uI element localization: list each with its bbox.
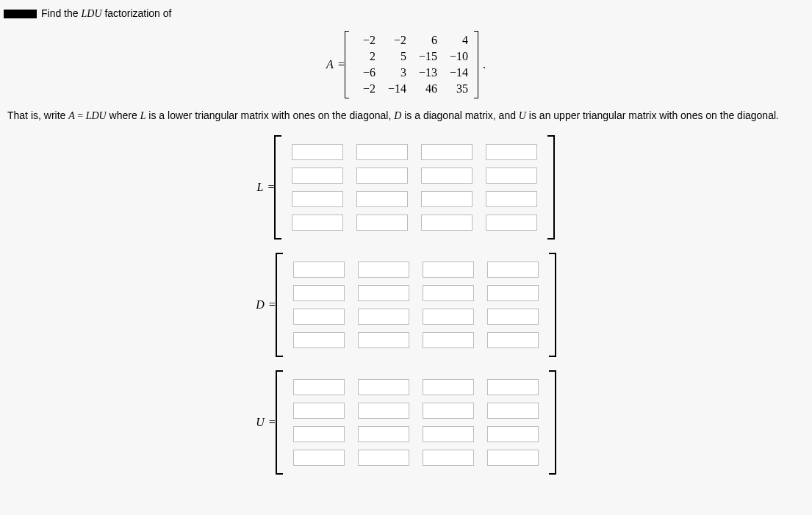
L-input-area: L = bbox=[4, 135, 808, 240]
L-eq: = bbox=[267, 181, 274, 194]
U-input-1-2[interactable] bbox=[423, 403, 474, 419]
desc-text: where bbox=[107, 109, 140, 121]
D-input-0-3[interactable] bbox=[487, 262, 539, 278]
U-input-3-0[interactable] bbox=[293, 450, 345, 466]
desc-eq: = bbox=[75, 110, 86, 121]
D-input-1-1[interactable] bbox=[358, 285, 409, 301]
U-grid bbox=[283, 370, 549, 475]
bracket-left bbox=[274, 135, 281, 240]
A-cell: −15 bbox=[417, 50, 437, 63]
U-bracket-wrap bbox=[276, 370, 556, 475]
A-cell: 46 bbox=[417, 82, 437, 96]
D-input-0-2[interactable] bbox=[423, 262, 474, 278]
U-input-2-2[interactable] bbox=[423, 426, 474, 442]
redaction-block bbox=[4, 10, 37, 18]
prompt-text: Find the LDU factorization of bbox=[41, 7, 171, 20]
U-input-0-1[interactable] bbox=[358, 379, 409, 395]
A-eq: = bbox=[338, 58, 345, 71]
D-input-2-2[interactable] bbox=[423, 309, 474, 325]
A-cell: −2 bbox=[386, 34, 406, 47]
U-input-0-0[interactable] bbox=[293, 379, 345, 395]
U-input-2-0[interactable] bbox=[293, 426, 345, 442]
L-input-2-2[interactable] bbox=[421, 191, 473, 207]
L-input-1-1[interactable] bbox=[356, 168, 408, 184]
L-input-0-2[interactable] bbox=[421, 144, 473, 160]
D-input-0-0[interactable] bbox=[293, 262, 345, 278]
L-label: L bbox=[257, 181, 264, 194]
U-input-1-0[interactable] bbox=[293, 403, 345, 419]
A-cells: −2 −2 6 4 2 5 −15 −10 −6 3 −13 −14 −2 −1… bbox=[349, 31, 474, 98]
L-input-3-1[interactable] bbox=[356, 215, 408, 231]
prompt-suffix: factorization of bbox=[102, 7, 172, 19]
desc-text: is an upper triangular matrix with ones … bbox=[526, 109, 779, 121]
A-period: . bbox=[483, 58, 486, 71]
A-cell: 2 bbox=[355, 50, 376, 63]
L-input-2-0[interactable] bbox=[292, 191, 343, 207]
D-input-1-2[interactable] bbox=[423, 285, 474, 301]
problem-header: Find the LDU factorization of bbox=[4, 7, 808, 20]
A-cell: −14 bbox=[448, 66, 468, 79]
U-input-0-2[interactable] bbox=[423, 379, 474, 395]
L-input-0-0[interactable] bbox=[292, 144, 343, 160]
bracket-right bbox=[549, 253, 556, 357]
U-input-2-1[interactable] bbox=[358, 426, 409, 442]
U-input-2-3[interactable] bbox=[487, 426, 539, 442]
U-input-3-1[interactable] bbox=[358, 450, 409, 466]
L-input-1-3[interactable] bbox=[486, 168, 537, 184]
D-input-0-1[interactable] bbox=[358, 262, 409, 278]
description: That is, write A = LDU where L is a lowe… bbox=[4, 109, 808, 122]
D-input-1-0[interactable] bbox=[293, 285, 345, 301]
desc-text: That is, write bbox=[7, 109, 68, 121]
A-cell: 6 bbox=[417, 34, 437, 47]
L-input-3-0[interactable] bbox=[292, 215, 343, 231]
A-label: A bbox=[326, 58, 334, 71]
A-cell: −2 bbox=[355, 34, 376, 47]
D-input-2-0[interactable] bbox=[293, 309, 345, 325]
L-input-0-1[interactable] bbox=[356, 144, 408, 160]
U-input-1-1[interactable] bbox=[358, 403, 409, 419]
D-input-2-3[interactable] bbox=[487, 309, 539, 325]
D-input-3-3[interactable] bbox=[487, 332, 539, 348]
A-cell: 35 bbox=[448, 82, 468, 96]
A-bracket-wrap: −2 −2 6 4 2 5 −15 −10 −6 3 −13 −14 −2 −1… bbox=[345, 31, 478, 98]
bracket-right bbox=[474, 31, 478, 98]
desc-LDU: LDU bbox=[86, 110, 107, 121]
D-input-1-3[interactable] bbox=[487, 285, 539, 301]
bracket-left bbox=[276, 253, 283, 357]
U-input-0-3[interactable] bbox=[487, 379, 539, 395]
A-cell: −2 bbox=[355, 82, 376, 96]
A-cell: −6 bbox=[355, 66, 376, 79]
D-eq: = bbox=[269, 298, 276, 311]
U-input-area: U = bbox=[4, 370, 808, 475]
L-input-0-3[interactable] bbox=[486, 144, 537, 160]
desc-U: U bbox=[519, 110, 526, 121]
D-input-3-0[interactable] bbox=[293, 332, 345, 348]
A-cell: 5 bbox=[386, 50, 406, 63]
A-cell: 4 bbox=[448, 34, 468, 47]
U-input-3-3[interactable] bbox=[487, 450, 539, 466]
L-input-1-0[interactable] bbox=[292, 168, 343, 184]
matrix-A-display: A = −2 −2 6 4 2 5 −15 −10 −6 3 −13 −14 −… bbox=[4, 31, 808, 98]
D-label: D bbox=[256, 298, 265, 311]
L-input-2-3[interactable] bbox=[486, 191, 537, 207]
U-label: U bbox=[256, 416, 265, 429]
D-input-area: D = bbox=[4, 253, 808, 357]
A-cell: 3 bbox=[386, 66, 406, 79]
U-eq: = bbox=[269, 416, 276, 429]
prompt-prefix: Find the bbox=[41, 7, 81, 19]
L-input-1-2[interactable] bbox=[421, 168, 473, 184]
L-input-3-2[interactable] bbox=[421, 215, 473, 231]
L-input-2-1[interactable] bbox=[356, 191, 408, 207]
D-grid bbox=[283, 253, 549, 357]
D-input-2-1[interactable] bbox=[358, 309, 409, 325]
desc-D: D bbox=[394, 110, 401, 121]
desc-text: is a diagonal matrix, and bbox=[401, 109, 519, 121]
U-input-3-2[interactable] bbox=[423, 450, 474, 466]
D-input-3-2[interactable] bbox=[423, 332, 474, 348]
bracket-right bbox=[547, 135, 555, 240]
desc-A: A bbox=[68, 110, 75, 121]
D-input-3-1[interactable] bbox=[358, 332, 409, 348]
L-input-3-3[interactable] bbox=[486, 215, 537, 231]
L-grid bbox=[281, 135, 547, 240]
U-input-1-3[interactable] bbox=[487, 403, 539, 419]
